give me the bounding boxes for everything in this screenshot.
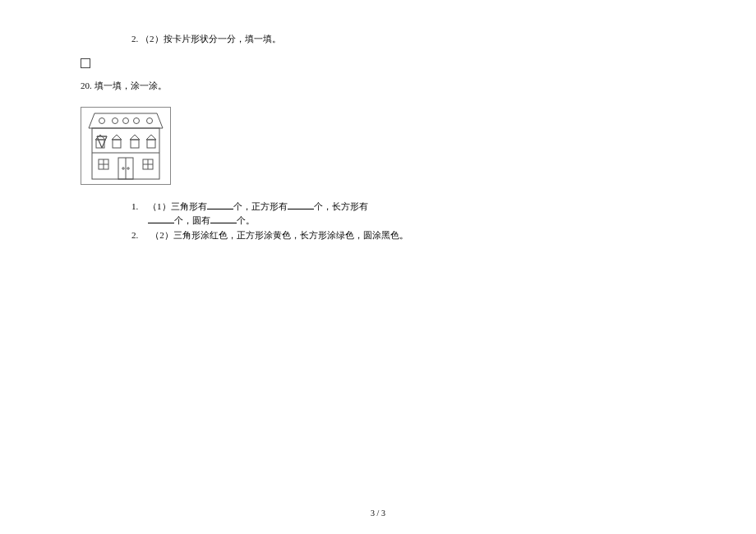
svg-point-3	[113, 118, 118, 124]
page-content: 2. （2）按卡片形状分一分，填一填。 20. 填一填，涂一涂。	[0, 0, 756, 242]
svg-rect-14	[113, 140, 121, 148]
blank-square	[288, 200, 314, 209]
svg-marker-11	[95, 135, 105, 140]
item-2: 2. （2）按卡片形状分一分，填一填。	[131, 33, 682, 45]
sub1-frag-a: （1）三角形有	[148, 201, 207, 211]
svg-point-2	[99, 118, 105, 124]
sub1-num: 1.	[131, 200, 148, 227]
svg-point-6	[147, 118, 153, 124]
sub2-num: 2.	[131, 228, 148, 242]
blank-rect	[148, 214, 174, 223]
svg-marker-9	[97, 136, 107, 148]
svg-rect-18	[147, 140, 155, 148]
svg-marker-13	[112, 135, 122, 140]
sub1-frag-b: 个，正方形有	[233, 201, 288, 211]
svg-point-4	[123, 118, 129, 124]
svg-marker-10	[97, 136, 107, 148]
svg-marker-17	[146, 135, 156, 140]
sub-questions: 1. （1）三角形有个，正方形有个，长方形有 个，圆有个。 2. （2）三角形涂…	[131, 200, 411, 242]
q20-text: 填一填，涂一涂。	[94, 81, 167, 90]
sub1-frag-c: 个，长方形有	[314, 201, 368, 211]
item-2-text: （2）按卡片形状分一分，填一填。	[141, 34, 281, 44]
svg-marker-15	[130, 135, 140, 140]
house-figure	[81, 107, 682, 185]
blank-triangle	[207, 200, 233, 209]
sub1-frag-d: 个，圆有	[174, 215, 210, 225]
sub1-text: （1）三角形有个，正方形有个，长方形有 个，圆有个。	[148, 200, 411, 227]
sub2-text: （2）三角形涂红色，正方形涂黄色，长方形涂绿色，圆涂黑色。	[148, 228, 411, 242]
svg-point-28	[127, 168, 129, 169]
house-icon	[81, 107, 171, 185]
svg-point-5	[134, 118, 140, 124]
small-square-icon	[81, 58, 90, 68]
item-2-num: 2.	[131, 34, 138, 44]
svg-marker-1	[89, 113, 163, 128]
sub-item-2: 2. （2）三角形涂红色，正方形涂黄色，长方形涂绿色，圆涂黑色。	[131, 228, 411, 242]
svg-point-27	[122, 168, 124, 169]
blank-circle	[210, 214, 237, 223]
svg-rect-16	[131, 140, 139, 148]
sub1-frag-e: 个。	[237, 215, 255, 225]
question-20: 20. 填一填，涂一涂。	[81, 80, 682, 92]
sub-item-1: 1. （1）三角形有个，正方形有个，长方形有 个，圆有个。	[131, 200, 411, 227]
page-number: 3 / 3	[0, 509, 756, 518]
q20-num: 20.	[81, 81, 92, 90]
